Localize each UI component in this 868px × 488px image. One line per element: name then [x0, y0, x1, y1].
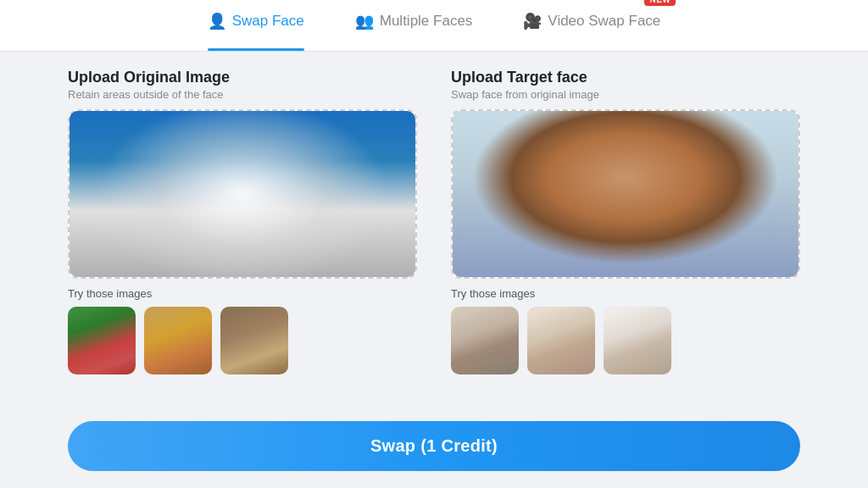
- swap-button-container: Swap (1 Credit): [68, 421, 800, 474]
- swap-button[interactable]: Swap (1 Credit): [68, 421, 800, 471]
- nav-item-video-swap[interactable]: 🎥 Video Swap Face NEW: [523, 12, 660, 39]
- upload-target-section: Upload Target face Swap face from origin…: [451, 69, 800, 411]
- nav-label-video-swap: Video Swap Face: [548, 13, 660, 30]
- main-content: Upload Original Image Retain areas outsi…: [0, 52, 868, 488]
- target-upload-box[interactable]: [451, 109, 800, 279]
- nav-label-swap-face: Swap Face: [232, 13, 304, 30]
- nav-item-swap-face[interactable]: 👤 Swap Face: [208, 12, 304, 39]
- man-image: [453, 111, 798, 277]
- sample-thumb-girl4[interactable]: [604, 307, 671, 374]
- astronaut-image: [70, 111, 415, 277]
- target-title: Upload Target face: [451, 69, 800, 86]
- target-try-label: Try those images: [451, 287, 800, 300]
- target-subtitle: Swap face from original image: [451, 88, 800, 101]
- upload-sections: Upload Original Image Retain areas outsi…: [68, 69, 800, 411]
- original-upload-box[interactable]: [68, 109, 417, 279]
- original-subtitle: Retain areas outside of the face: [68, 88, 417, 101]
- sample-thumb-girl3[interactable]: [527, 307, 595, 374]
- original-try-label: Try those images: [68, 287, 417, 300]
- new-badge: NEW: [644, 0, 676, 6]
- sample-thumb-girl2[interactable]: [144, 307, 212, 374]
- sample-thumb-girl1[interactable]: [68, 307, 136, 374]
- nav-label-multiple-faces: Multiple Faces: [380, 13, 473, 30]
- upload-original-section: Upload Original Image Retain areas outsi…: [68, 69, 417, 411]
- original-sample-images: [68, 307, 417, 374]
- video-icon: 🎥: [523, 12, 542, 30]
- sample-thumb-cowboy[interactable]: [220, 307, 288, 374]
- original-title: Upload Original Image: [68, 69, 417, 86]
- target-sample-images: [451, 307, 800, 374]
- person-icon: 👤: [208, 12, 226, 30]
- app-container: 👤 Swap Face 👥 Multiple Faces 🎥 Video Swa…: [0, 0, 868, 488]
- people-icon: 👥: [355, 12, 374, 30]
- nav-bar: 👤 Swap Face 👥 Multiple Faces 🎥 Video Swa…: [0, 0, 868, 52]
- nav-item-multiple-faces[interactable]: 👥 Multiple Faces: [355, 12, 473, 39]
- sample-thumb-man1[interactable]: [451, 307, 519, 374]
